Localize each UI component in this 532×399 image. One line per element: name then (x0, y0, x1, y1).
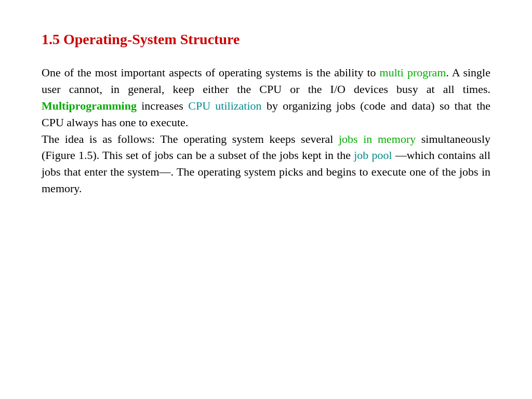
slide-body: One of the most important aspects of ope… (42, 64, 490, 197)
jobs-in-memory-highlight: jobs in memory (339, 132, 416, 145)
paragraph2-part1: The idea is as follows: The operating sy… (42, 132, 339, 145)
multiprogram-highlight: multi program (380, 66, 446, 79)
multiprogramming-highlight: Multiprogramming (42, 99, 137, 112)
slide-title: 1.5 Operating-System Structure (42, 31, 490, 48)
paragraph1-part3: increases (137, 99, 188, 112)
slide-container: 1.5 Operating-System Structure One of th… (0, 0, 532, 399)
job-pool-highlight: job pool (354, 149, 392, 162)
cpu-utilization-highlight: CPU utilization (188, 99, 261, 112)
paragraph1-part1: One of the most important aspects of ope… (42, 66, 380, 79)
